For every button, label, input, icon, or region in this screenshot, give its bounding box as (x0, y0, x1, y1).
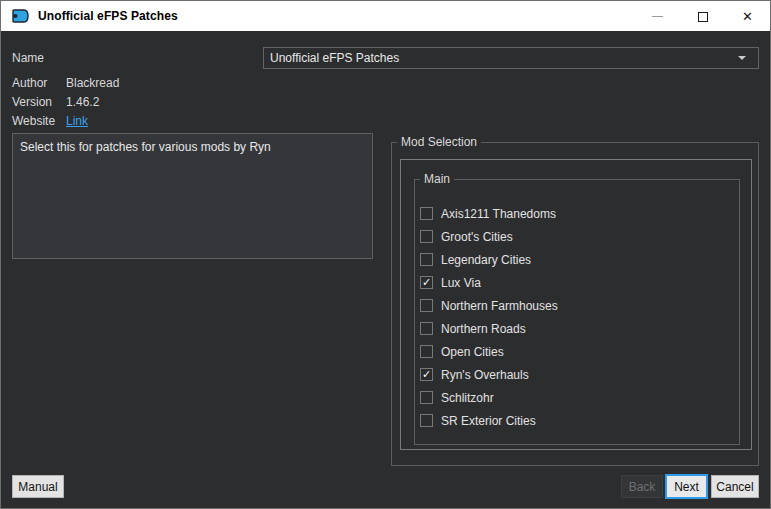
close-button[interactable]: ✕ (725, 1, 770, 32)
mod-row[interactable]: ✓ Ryn's Overhauls (420, 363, 734, 386)
mod-row[interactable]: Legendary Cities (420, 248, 734, 271)
back-button: Back (621, 475, 663, 498)
version-value: 1.46.2 (66, 95, 99, 109)
mod-checkbox-label: Northern Roads (441, 322, 526, 336)
mod-checkbox[interactable] (420, 414, 433, 427)
mod-row[interactable]: Axis1211 Thanedoms (420, 202, 734, 225)
main-groupbox: Main Axis1211 Thanedoms Groot's Cities L… (414, 179, 740, 445)
mod-checkbox-label: Ryn's Overhauls (441, 368, 529, 382)
mod-row[interactable]: Northern Farmhouses (420, 294, 734, 317)
mod-selection-scroll-area[interactable]: Main Axis1211 Thanedoms Groot's Cities L… (400, 159, 752, 450)
mod-checkbox-label: Legendary Cities (441, 253, 531, 267)
mod-row[interactable]: Groot's Cities (420, 225, 734, 248)
version-label: Version (12, 95, 52, 109)
mod-checkbox-list: Axis1211 Thanedoms Groot's Cities Legend… (420, 202, 734, 432)
maximize-button[interactable] (680, 1, 725, 32)
minimize-icon (652, 16, 663, 17)
mod-checkbox-label: Groot's Cities (441, 230, 513, 244)
description-box: Select this for patches for various mods… (12, 133, 373, 259)
mod-checkbox[interactable] (420, 207, 433, 220)
name-label: Name (12, 51, 44, 65)
mod-checkbox[interactable] (420, 391, 433, 404)
mod-row[interactable]: SR Exterior Cities (420, 409, 734, 432)
mod-checkbox[interactable] (420, 253, 433, 266)
window-controls: ✕ (635, 1, 770, 32)
mod-row[interactable]: Schlitzohr (420, 386, 734, 409)
mod-row[interactable]: Northern Roads (420, 317, 734, 340)
mod-checkbox-label: SR Exterior Cities (441, 414, 536, 428)
mod-selection-groupbox: Mod Selection Main Axis1211 Thanedoms Gr… (391, 142, 759, 466)
mod-row[interactable]: Open Cities (420, 340, 734, 363)
mod-name-dropdown[interactable]: Unofficial eFPS Patches (263, 47, 759, 69)
mod-checkbox[interactable] (420, 230, 433, 243)
next-button[interactable]: Next (665, 474, 708, 499)
website-link[interactable]: Link (66, 114, 88, 128)
window-title: Unofficial eFPS Patches (38, 9, 178, 23)
title-bar: Unofficial eFPS Patches ✕ (1, 1, 770, 32)
mod-checkbox[interactable] (420, 345, 433, 358)
manual-button[interactable]: Manual (12, 475, 64, 498)
cancel-button[interactable]: Cancel (711, 475, 759, 498)
mod-checkbox[interactable]: ✓ (420, 276, 433, 289)
mod-checkbox-label: Open Cities (441, 345, 504, 359)
close-icon: ✕ (742, 10, 753, 23)
mod-checkbox[interactable] (420, 299, 433, 312)
minimize-button[interactable] (635, 1, 680, 32)
mod-checkbox-label: Schlitzohr (441, 391, 494, 405)
mod-checkbox-label: Lux Via (441, 276, 481, 290)
installer-dialog: Unofficial eFPS Patches ✕ Name Unofficia… (0, 0, 771, 509)
app-logo-icon (11, 9, 29, 23)
mod-checkbox-label: Axis1211 Thanedoms (441, 207, 556, 221)
website-label: Website (12, 114, 55, 128)
main-group-title: Main (420, 172, 454, 186)
maximize-icon (698, 12, 708, 22)
mod-checkbox-label: Northern Farmhouses (441, 299, 558, 313)
mod-selection-title: Mod Selection (397, 135, 481, 149)
chevron-down-icon (738, 56, 746, 60)
mod-row[interactable]: ✓ Lux Via (420, 271, 734, 294)
mod-checkbox[interactable]: ✓ (420, 368, 433, 381)
author-value: Blackread (66, 76, 119, 90)
author-label: Author (12, 76, 47, 90)
mod-name-dropdown-value: Unofficial eFPS Patches (270, 51, 738, 65)
mod-checkbox[interactable] (420, 322, 433, 335)
